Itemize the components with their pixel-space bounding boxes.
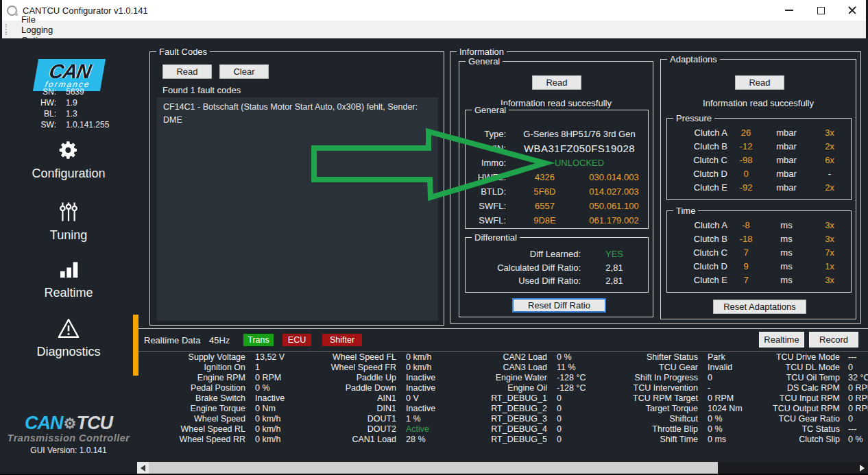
clutch-label: Clutch D [667, 167, 727, 181]
telemetry-row: Wheel Speed FR 0 km/h [288, 363, 439, 373]
telemetry-value: 0 % [708, 414, 740, 424]
time-rows: Clutch A -8 ms 3x Clutch B -18 ms 3x Clu… [667, 211, 851, 292]
telemetry-value: 11 % [557, 363, 590, 373]
device-info-row: SW: 1.0.141.255 [0, 119, 137, 130]
general-group: General Read Information read succesfull… [459, 61, 653, 317]
clutch-unit: ms [764, 219, 808, 232]
device-info-row: HW: 1.9 [0, 97, 137, 108]
cantcu-logo-text: CAN ⚙ TCU [25, 413, 112, 434]
telemetry-row: Shift Time 0 ms [590, 435, 740, 445]
clutch-count: 2x [808, 140, 851, 154]
telemetry-label: Engine Torque [137, 404, 245, 414]
telemetry-row: Target Torque 1024 Nm [590, 404, 740, 414]
realtime-button[interactable]: Realtime [759, 332, 804, 348]
telemetry-value: 0 RPM [255, 373, 288, 383]
device-info-value: 1.0.141.255 [66, 119, 137, 130]
clutch-count: 1x [808, 260, 851, 273]
info-row: BTLD: 5F6D 014.027.003 [465, 184, 649, 199]
reset-diff-ratio-button[interactable]: Reset Diff Ratio [512, 298, 606, 313]
telemetry-row: TC Status --- [740, 424, 868, 435]
telemetry-label: Wheel Speed RL [137, 424, 245, 435]
telemetry-value: Park [708, 352, 740, 363]
menu-item[interactable]: Logging [12, 25, 62, 35]
record-button[interactable]: Record [809, 332, 858, 348]
telemetry-row: Paddle Up Inactive [288, 373, 439, 383]
info-row-value: WBA31FZ050FS19028 [510, 141, 649, 156]
scroll-right-button[interactable] [856, 462, 868, 474]
telemetry-row: Clutch Slip 0 % [740, 435, 868, 445]
telemetry-value: --- [848, 352, 868, 363]
telemetry-row: CAN1 Load 28 % [288, 435, 439, 445]
clutch-value: -98 [727, 154, 764, 167]
telemetry-column-4: Shifter Status Park TCU Gear Invalid Shi… [590, 352, 740, 445]
active-nav-accent-bar [133, 315, 138, 376]
telemetry-row: RT_DEBUG_1 0 [439, 393, 590, 404]
telemetry-label: CAN2 Load [439, 352, 547, 363]
information-group: Information General Read Information rea… [450, 51, 861, 324]
telemetry-label: CAN1 Load [288, 435, 396, 445]
horizontal-scrollbar[interactable] [137, 462, 868, 474]
info-row-value: 4326 [510, 170, 579, 184]
telemetry-row: Engine Torque 0 Nm [137, 404, 288, 414]
telemetry-value: 0 km/h [255, 435, 288, 445]
fault-read-button[interactable]: Read [162, 64, 212, 79]
telemetry-value: -128 °C [557, 373, 590, 383]
telemetry-column-5: TCU Drive Mode --- TCU DL Mode 0 TCU Oil… [740, 352, 868, 445]
time-row: Clutch A -8 ms 3x [667, 219, 851, 232]
scroll-right-icon [860, 465, 865, 472]
sidebar-item-tuning[interactable]: Tuning [0, 200, 137, 243]
telemetry-label: RT_DEBUG_4 [439, 424, 547, 435]
telemetry-value: 0 [848, 414, 868, 424]
info-row: VIN: WBA31FZ050FS19028 [465, 141, 649, 156]
time-row: Clutch E 7 ms 3x [667, 273, 851, 287]
telemetry-row: Engine Oil -128 °C [439, 383, 590, 393]
info-row-values: UNLOCKED [510, 156, 649, 170]
fault-clear-button[interactable]: Clear [219, 64, 269, 79]
telemetry-value: 0 [557, 424, 590, 435]
telemetry-row: TCU RPM Target 0 RPM [590, 393, 740, 404]
telemetry-row: Pedal Position 0 % [137, 383, 288, 393]
pressure-row: Clutch C -98 mbar 6x [667, 154, 851, 167]
sidebar-item-configuration[interactable]: Configuration [0, 138, 137, 181]
maximize-button[interactable] [805, 0, 836, 21]
reset-adaptations-button[interactable]: Reset Adaptations [713, 300, 806, 314]
scroll-left-icon [141, 465, 145, 472]
telemetry-row: TCU Oil Temp 32 °C [740, 373, 868, 383]
differential-row: Used Diff Ratio: 2,81 [466, 274, 648, 288]
differential-row-label: Used Diff Ratio: [466, 274, 581, 288]
info-row-value: 9D8E [510, 213, 579, 228]
close-button[interactable] [836, 0, 868, 21]
telemetry-row: TCU Gear Invalid [590, 363, 740, 373]
scroll-left-button[interactable] [137, 462, 149, 474]
telemetry-label: TCU Input RPM [740, 393, 840, 404]
telemetry-label: AIN1 [288, 393, 396, 404]
window-edge-left [0, 0, 2, 38]
adaptations-read-button[interactable]: Read [735, 75, 784, 90]
telemetry-label: RT_DEBUG_2 [439, 404, 547, 414]
telemetry-value: 0 [848, 363, 868, 373]
information-read-button[interactable]: Read [532, 75, 581, 90]
gear-icon [57, 138, 80, 162]
telemetry-row: Wheel Speed RR 0 km/h [137, 435, 288, 445]
title-bar: CANTCU Configurator v1.0.141 [0, 0, 868, 21]
minimize-button[interactable] [773, 0, 805, 21]
pressure-rows: Clutch A 26 mbar 3x Clutch B -12 mbar 2x… [667, 119, 851, 199]
fault-list[interactable]: CF14C1 - Botschaft (Status Motor Start A… [157, 97, 438, 321]
menu-item[interactable]: File [12, 14, 62, 25]
clutch-label: Clutch C [667, 154, 727, 167]
sidebar-item-realtime[interactable]: Realtime [0, 258, 137, 300]
telemetry-row: CAN2 Load 0 % [439, 352, 590, 363]
close-icon [848, 6, 856, 14]
telemetry-label: CAN3 Load [439, 363, 547, 373]
telemetry-label: TCU RPM Target [590, 393, 698, 404]
clutch-label: Clutch A [667, 219, 727, 232]
sidebar-item-diagnostics[interactable]: Diagnostics [0, 317, 137, 359]
telemetry-label: Engine Water [439, 373, 547, 383]
scrollbar-thumb[interactable] [149, 462, 718, 474]
info-row-value2: 050.061.100 [579, 199, 649, 213]
general-details-rows: Type: G-Series 8HP51/76 3rd Gen VIN: WBA… [465, 110, 649, 229]
clutch-label: Clutch E [667, 181, 727, 195]
telemetry-value: Inactive [406, 404, 439, 414]
telemetry-label: Shift In Progress [590, 373, 698, 383]
telemetry-value: 0 % [848, 435, 868, 445]
